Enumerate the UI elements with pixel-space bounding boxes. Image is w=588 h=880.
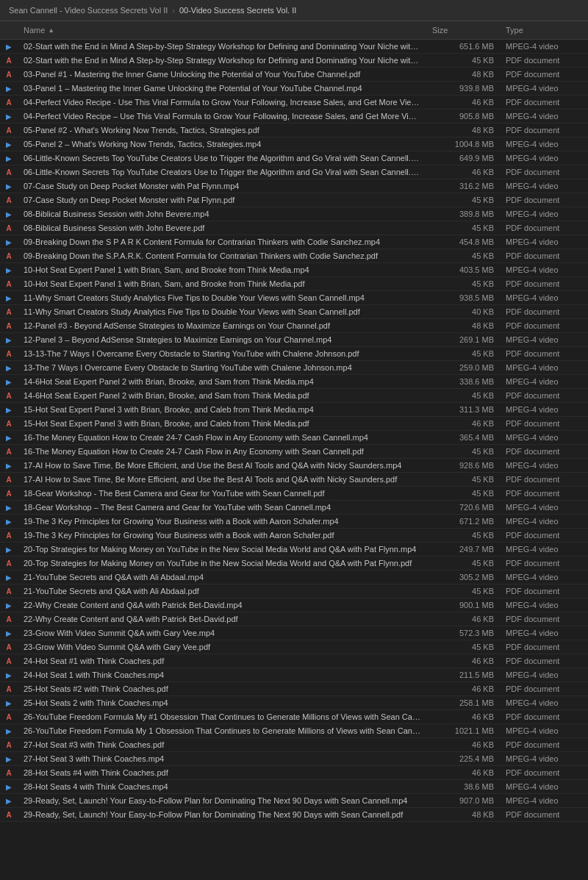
file-type: MPEG-4 video [500,377,588,386]
table-row[interactable]: ▶25-Hot Seats 2 with Think Coaches.mp425… [0,696,588,710]
table-row[interactable]: ▶21-YouTube Secrets and Q&A with Ali Abd… [0,570,588,584]
file-type: PDF document [500,740,588,749]
file-name: 19-The 3 Key Principles for Growing Your… [18,531,426,540]
table-row[interactable]: A26-YouTube Freedom Formula My #1 Obsess… [0,710,588,724]
table-row[interactable]: ▶14-6Hot Seat Expert Panel 2 with Brian,… [0,375,588,389]
file-size: 45 KB [426,196,500,204]
table-row[interactable]: A24-Hot Seat #1 with Think Coaches.pdf46… [0,654,588,668]
col-name[interactable]: Name ▲ [18,26,426,35]
file-name: 13-The 7 Ways I Overcame Every Obstacle … [18,363,426,372]
file-type: PDF document [500,447,588,456]
file-type: MPEG-4 video [500,754,588,763]
video-icon: ▶ [0,238,18,246]
table-row[interactable]: ▶02-Start with the End in Mind A Step-by… [0,40,588,54]
file-size: 48 KB [426,70,500,79]
table-row[interactable]: A06-Little-Known Secrets Top YouTube Cre… [0,165,588,179]
file-size: 269.1 MB [426,335,500,344]
table-row[interactable]: A10-Hot Seat Expert Panel 1 with Brian, … [0,277,588,291]
table-row[interactable]: ▶26-YouTube Freedom Formula My 1 Obsessi… [0,724,588,738]
table-row[interactable]: A27-Hot Seat #3 with Think Coaches.pdf46… [0,738,588,752]
table-row[interactable]: A04-Perfect Video Recipe - Use This Vira… [0,96,588,110]
table-row[interactable]: A03-Panel #1 - Mastering the Inner Game … [0,68,588,82]
pdf-icon: A [0,532,18,540]
file-size: 365.4 MB [426,433,500,442]
table-row[interactable]: A08-Biblical Business Session with John … [0,221,588,235]
pdf-icon: A [0,252,18,260]
pdf-icon: A [0,448,18,456]
col-size-label: Size [432,26,448,35]
table-row[interactable]: A29-Ready, Set, Launch! Your Easy-to-Fol… [0,808,588,822]
file-size: 48 KB [426,321,500,330]
table-row[interactable]: A09-Breaking Down the S.P.A.R.K. Content… [0,249,588,263]
table-row[interactable]: A20-Top Strategies for Making Money on Y… [0,557,588,570]
table-row[interactable]: A28-Hot Seats #4 with Think Coaches.pdf4… [0,766,588,780]
file-type: PDF document [500,531,588,540]
file-size: 46 KB [426,657,500,665]
table-row[interactable]: ▶13-The 7 Ways I Overcame Every Obstacle… [0,361,588,375]
table-row[interactable]: ▶24-Hot Seat 1 with Think Coaches.mp4211… [0,668,588,682]
table-row[interactable]: A23-Grow With Video Summit Q&A with Gary… [0,640,588,654]
table-row[interactable]: ▶04-Perfect Video Recipe – Use This Vira… [0,110,588,124]
table-row[interactable]: A18-Gear Workshop - The Best Camera and … [0,487,588,501]
table-row[interactable]: ▶15-Hot Seat Expert Panel 3 with Brian, … [0,403,588,417]
video-icon: ▶ [0,364,18,372]
table-row[interactable]: ▶17-AI How to Save Time, Be More Efficie… [0,459,588,473]
table-row[interactable]: ▶29-Ready, Set, Launch! Your Easy-to-Fol… [0,794,588,808]
table-row[interactable]: ▶19-The 3 Key Principles for Growing You… [0,515,588,529]
file-name: 09-Breaking Down the S.P.A.R.K. Content … [18,251,426,260]
table-row[interactable]: ▶12-Panel 3 – Beyond AdSense Strategies … [0,333,588,347]
table-row[interactable]: A22-Why Create Content and Q&A with Patr… [0,612,588,626]
file-name: 27-Hot Seat 3 with Think Coaches.mp4 [18,754,426,763]
pdf-icon: A [0,420,18,428]
table-row[interactable]: A02-Start with the End in Mind A Step-by… [0,54,588,68]
file-type: MPEG-4 video [500,237,588,246]
table-row[interactable]: A17-AI How to Save Time, Be More Efficie… [0,473,588,487]
pdf-icon: A [0,99,18,107]
file-type: PDF document [500,391,588,400]
table-row[interactable]: ▶23-Grow With Video Summit Q&A with Gary… [0,626,588,640]
table-row[interactable]: ▶27-Hot Seat 3 with Think Coaches.mp4225… [0,752,588,766]
table-row[interactable]: ▶06-Little-Known Secrets Top YouTube Cre… [0,151,588,165]
file-name: 07-Case Study on Deep Pocket Monster wit… [18,182,426,190]
table-row[interactable]: ▶22-Why Create Content and Q&A with Patr… [0,598,588,612]
table-row[interactable]: A07-Case Study on Deep Pocket Monster wi… [0,193,588,207]
table-row[interactable]: ▶05-Panel 2 – What's Working Now Trends,… [0,137,588,151]
table-row[interactable]: ▶08-Biblical Business Session with John … [0,207,588,221]
table-row[interactable]: A21-YouTube Secrets and Q&A with Ali Abd… [0,584,588,598]
video-icon: ▶ [0,727,18,735]
file-name: 04-Perfect Video Recipe - Use This Viral… [18,98,426,107]
file-size: 46 KB [426,712,500,721]
table-row[interactable]: ▶18-Gear Workshop – The Best Camera and … [0,501,588,515]
col-size[interactable]: Size [426,26,500,35]
video-icon: ▶ [0,797,18,805]
table-row[interactable]: ▶16-The Money Equation How to Create 24-… [0,431,588,445]
table-row[interactable]: ▶03-Panel 1 – Mastering the Inner Game U… [0,82,588,96]
table-row[interactable]: A25-Hot Seats #2 with Think Coaches.pdf4… [0,682,588,696]
table-row[interactable]: ▶07-Case Study on Deep Pocket Monster wi… [0,179,588,193]
table-row[interactable]: ▶20-Top Strategies for Making Money on Y… [0,543,588,557]
table-row[interactable]: A15-Hot Seat Expert Panel 3 with Brian, … [0,417,588,431]
table-row[interactable]: A12-Panel #3 - Beyond AdSense Strategies… [0,319,588,333]
file-size: 403.5 MB [426,265,500,274]
file-size: 259.0 MB [426,363,500,372]
table-row[interactable]: ▶09-Breaking Down the S P A R K Content … [0,235,588,249]
video-icon: ▶ [0,210,18,218]
table-row[interactable]: A14-6Hot Seat Expert Panel 2 with Brian,… [0,389,588,403]
file-size: 454.8 MB [426,237,500,246]
file-size: 45 KB [426,531,500,540]
file-size: 928.6 MB [426,461,500,470]
pdf-icon: A [0,350,18,358]
table-row[interactable]: A19-The 3 Key Principles for Growing You… [0,529,588,543]
table-row[interactable]: A13-13-The 7 Ways I Overcame Every Obsta… [0,347,588,361]
file-name: 29-Ready, Set, Launch! Your Easy-to-Foll… [18,796,426,805]
table-row[interactable]: A16-The Money Equation How to Create 24-… [0,445,588,459]
table-row[interactable]: A11-Why Smart Creators Study Analytics F… [0,305,588,319]
table-row[interactable]: ▶11-Why Smart Creators Study Analytics F… [0,291,588,305]
table-row[interactable]: ▶10-Hot Seat Expert Panel 1 with Brian, … [0,263,588,277]
breadcrumb-parent[interactable]: Sean Cannell - Video Success Secrets Vol… [9,6,168,15]
video-icon: ▶ [0,434,18,442]
col-type[interactable]: Type [500,26,588,35]
file-type: PDF document [500,70,588,79]
table-row[interactable]: A05-Panel #2 - What's Working Now Trends… [0,124,588,137]
table-row[interactable]: ▶28-Hot Seats 4 with Think Coaches.mp438… [0,780,588,794]
